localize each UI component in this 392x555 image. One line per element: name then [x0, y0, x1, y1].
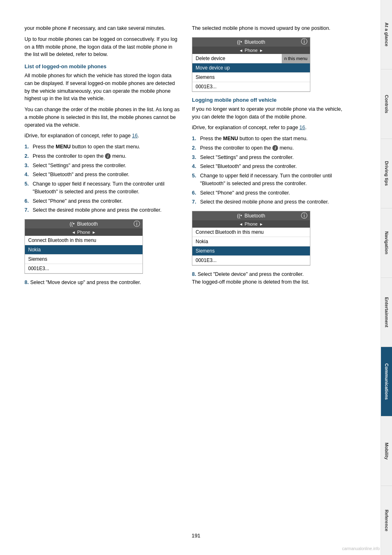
bt-header-1: ((• Bluetooth ⓘ [25, 219, 143, 228]
step-text-r3: Select "Settings" and press the controll… [200, 154, 347, 161]
arrow-right-icon-1 [92, 230, 96, 235]
bt-subheader-3: Phone [192, 220, 310, 228]
step-text: Select "Phone" and press the controller. [33, 197, 180, 205]
section-p2: You can change the order of the mobile p… [24, 106, 180, 129]
bt-row-connect-3: Connect Bluetooth in this menu [192, 228, 310, 237]
step-text: Select "Bluetooth" and press the control… [33, 171, 180, 179]
bt-row-0001e3-2: 0001E3... [192, 82, 310, 92]
step-text: Select the desired mobile phone and pres… [33, 206, 180, 214]
right-section-p1: If you no longer want to operate your mo… [192, 105, 347, 121]
bt-info-icon-3: ⓘ [301, 212, 307, 220]
sidebar-tab-controls[interactable]: Controls [381, 69, 392, 139]
step-text-r5: Change to upper field if necessary. Turn… [200, 172, 347, 188]
page-link-16-right[interactable]: 16 [299, 125, 305, 130]
bt-icon-3: ((• [237, 213, 242, 219]
step-number-r5: 5. [192, 172, 198, 188]
step-8-left: 8. Select "Move device up" and press the… [24, 279, 180, 286]
intro-p1: your mobile phone if necessary, and can … [24, 25, 180, 32]
bt-row-0001e3-1: 0001E3... [25, 264, 143, 273]
bt-info-icon-2: ⓘ [301, 38, 307, 46]
sidebar-tab-mobility[interactable]: Mobility [381, 416, 392, 486]
right-column: The selected mobile phone is moved upwar… [192, 25, 347, 530]
step-item-r: 4. Select "Bluetooth" and press the cont… [192, 163, 347, 170]
arrow-left-icon-1 [71, 230, 76, 235]
section-heading-logging-off: Logging mobile phone off vehicle [192, 97, 347, 103]
bt-row-delete: Delete device [192, 54, 282, 63]
right-steps-list: 1. Press the MENU button to open the sta… [192, 135, 347, 206]
step-text: Press the MENU button to open the start … [33, 143, 180, 151]
right-intro-p1: The selected mobile phone is moved upwar… [192, 25, 347, 32]
step-number-r3: 3. [192, 154, 198, 161]
menu-bold: MENU [56, 144, 71, 150]
section-p1: All mobile phones for which the vehicle … [24, 72, 180, 103]
overlay-menu-text: n this menu [282, 54, 310, 63]
step-number: 6. [24, 197, 30, 205]
bluetooth-screen-1: ((• Bluetooth ⓘ Phone Connect Bluetooth … [24, 219, 180, 274]
step-item-r: 7. Select the desired mobile phone and p… [192, 198, 347, 206]
bt-title-3: Bluetooth [245, 213, 265, 219]
bt-subheader-2: Phone [192, 47, 310, 54]
bt-phone-label-2: Phone [245, 48, 258, 53]
sidebar-tab-navigation[interactable]: Navigation [381, 208, 392, 278]
step-number-r1: 1. [192, 135, 198, 143]
arrow-right-icon-3 [259, 222, 263, 226]
bt-phone-label-3: Phone [245, 222, 258, 226]
bt-icon-1: ((• [70, 221, 75, 227]
bt-header-3: ((• Bluetooth ⓘ [192, 211, 310, 220]
step-item: 5. Change to upper field if necessary. T… [24, 180, 180, 196]
menu-bold-r: MENU [223, 136, 238, 141]
page-link-16[interactable]: 16 [132, 133, 138, 139]
sidebar-tab-at-a-glance[interactable]: At a glance [381, 0, 392, 69]
step-text-r2: Press the controller to open the i menu. [200, 144, 347, 152]
bt-phone-label-1: Phone [77, 230, 90, 235]
step-text: Press the controller to open the i menu. [33, 152, 180, 160]
bt-row-siemens-3: Siemens [192, 246, 310, 256]
bluetooth-screen-3: ((• Bluetooth ⓘ Phone Connect Bluetooth … [192, 211, 347, 266]
sidebar-tab-driving-tips[interactable]: Driving tips [381, 139, 392, 208]
step-number: 3. [24, 162, 30, 170]
step-item-r: 1. Press the MENU button to open the sta… [192, 135, 347, 143]
step-item-r: 2. Press the controller to open the i me… [192, 144, 347, 152]
step-text-r6: Select "Phone" and press the controller. [200, 189, 347, 197]
watermark: carmanualonline.info [342, 546, 380, 551]
arrow-left-icon-3 [239, 222, 243, 226]
step-8-num-r: 8. [192, 271, 196, 277]
bt-row-siemens-1: Siemens [25, 255, 143, 264]
bt-icon-2: ((• [237, 39, 242, 45]
step-number: 5. [24, 180, 30, 196]
step-8-right: 8. Select "Delete device" and press the … [192, 271, 347, 286]
step-8-num: 8. [24, 280, 29, 285]
step-item-r: 5. Change to upper field if necessary. T… [192, 172, 347, 188]
sidebar-tab-entertainment[interactable]: Entertainment [381, 278, 392, 347]
arrow-right-icon-2 [259, 48, 263, 53]
sidebar-tab-communications[interactable]: Communications [381, 347, 392, 416]
step-item: 7. Select the desired mobile phone and p… [24, 206, 180, 214]
step-number: 1. [24, 143, 30, 151]
step-text-r7: Select the desired mobile phone and pres… [200, 198, 347, 206]
bt-row-nokia-3: Nokia [192, 237, 310, 246]
bt-subheader-1: Phone [25, 228, 143, 236]
bluetooth-screen-2: ((• Bluetooth ⓘ Phone Delete device n th… [192, 37, 347, 92]
bt-row-nokia-1: Nokia [25, 245, 143, 255]
step-text-r1: Press the MENU button to open the start … [200, 135, 347, 143]
i-menu-icon: i [105, 153, 111, 159]
step-number-r2: 2. [192, 144, 198, 152]
section-heading-logged-phones: List of logged-on mobile phones [24, 63, 180, 69]
section-p3: iDrive, for explanation of concept, refe… [24, 132, 180, 140]
step-number-r6: 6. [192, 189, 198, 197]
step-number: 2. [24, 152, 30, 160]
intro-p2: Up to four mobile phones can be logged o… [24, 36, 180, 58]
sidebar-tab-reference[interactable]: Reference [381, 486, 392, 555]
step-item-r: 3. Select "Settings" and press the contr… [192, 154, 347, 161]
step-item: 1. Press the MENU button to open the sta… [24, 143, 180, 151]
bt-row-connect-1: Connect Bluetooth in this menu [25, 236, 143, 245]
page-number: 191 [192, 533, 200, 539]
step-number-r4: 4. [192, 163, 198, 170]
step-8-text-content: Select "Move device up" and press the co… [30, 280, 141, 285]
bluetooth-screen-display-1: ((• Bluetooth ⓘ Phone Connect Bluetooth … [24, 219, 143, 274]
step-number-r7: 7. [192, 198, 198, 206]
step-8-text-r: Select "Delete device" and press the con… [192, 271, 309, 285]
step-text-r4: Select "Bluetooth" and press the control… [200, 163, 347, 170]
step-item: 3. Select "Settings" and press the contr… [24, 162, 180, 170]
bt-row-move-up: Move device up [192, 63, 310, 73]
